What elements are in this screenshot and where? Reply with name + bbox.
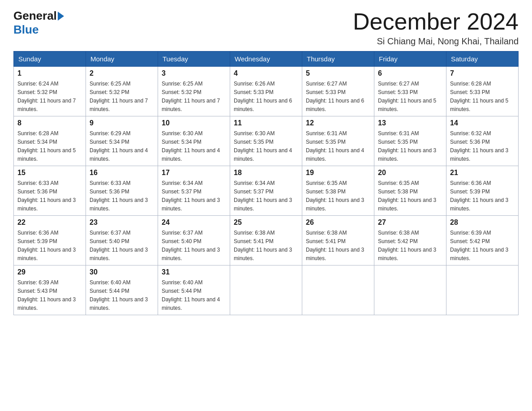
day-info: Sunrise: 6:25 AM Sunset: 5:32 PM Dayligh… [90,81,148,112]
day-info: Sunrise: 6:38 AM Sunset: 5:41 PM Dayligh… [234,230,292,261]
calendar-cell: 30 Sunrise: 6:40 AM Sunset: 5:44 PM Dayl… [86,265,158,315]
day-number: 21 [450,169,515,177]
day-number: 11 [234,119,298,127]
day-number: 28 [450,218,515,227]
logo-general-text: General [13,9,57,23]
calendar-cell: 16 Sunrise: 6:33 AM Sunset: 5:36 PM Dayl… [86,166,158,216]
day-info: Sunrise: 6:40 AM Sunset: 5:44 PM Dayligh… [162,279,220,311]
calendar-cell: 9 Sunrise: 6:29 AM Sunset: 5:34 PM Dayli… [86,116,158,166]
calendar-cell: 10 Sunrise: 6:30 AM Sunset: 5:34 PM Dayl… [158,116,230,166]
month-title: December 2024 [353,9,519,34]
calendar-cell: 19 Sunrise: 6:35 AM Sunset: 5:38 PM Dayl… [302,166,374,216]
calendar-cell [302,265,374,315]
day-info: Sunrise: 6:39 AM Sunset: 5:42 PM Dayligh… [450,230,508,261]
day-info: Sunrise: 6:40 AM Sunset: 5:44 PM Dayligh… [90,279,148,311]
calendar-cell: 21 Sunrise: 6:36 AM Sunset: 5:39 PM Dayl… [446,166,519,216]
day-info: Sunrise: 6:37 AM Sunset: 5:40 PM Dayligh… [90,230,148,261]
day-info: Sunrise: 6:37 AM Sunset: 5:40 PM Dayligh… [162,230,220,261]
calendar-cell: 18 Sunrise: 6:34 AM Sunset: 5:37 PM Dayl… [230,166,302,216]
location-subtitle: Si Chiang Mai, Nong Khai, Thailand [353,36,519,47]
calendar-cell: 5 Sunrise: 6:27 AM Sunset: 5:33 PM Dayli… [302,67,374,116]
calendar-cell: 14 Sunrise: 6:32 AM Sunset: 5:36 PM Dayl… [446,116,519,166]
title-block: December 2024 Si Chiang Mai, Nong Khai, … [353,9,519,47]
calendar-week-2: 8 Sunrise: 6:28 AM Sunset: 5:34 PM Dayli… [14,116,519,166]
logo: General Blue [13,9,65,37]
day-number: 23 [90,218,154,227]
day-number: 22 [17,218,82,227]
calendar-cell [230,265,302,315]
day-info: Sunrise: 6:35 AM Sunset: 5:38 PM Dayligh… [306,180,364,212]
day-number: 4 [234,69,298,77]
calendar-cell [446,265,519,315]
day-info: Sunrise: 6:26 AM Sunset: 5:33 PM Dayligh… [234,81,292,112]
day-info: Sunrise: 6:33 AM Sunset: 5:36 PM Dayligh… [90,180,148,212]
day-info: Sunrise: 6:31 AM Sunset: 5:35 PM Dayligh… [306,130,364,162]
weekday-header-saturday: Saturday [446,51,519,67]
day-number: 29 [17,268,82,276]
day-info: Sunrise: 6:34 AM Sunset: 5:37 PM Dayligh… [162,180,220,212]
calendar-cell: 24 Sunrise: 6:37 AM Sunset: 5:40 PM Dayl… [158,216,230,265]
day-info: Sunrise: 6:33 AM Sunset: 5:36 PM Dayligh… [17,180,76,212]
day-info: Sunrise: 6:36 AM Sunset: 5:39 PM Dayligh… [450,180,508,212]
day-number: 8 [17,119,82,127]
calendar-cell: 13 Sunrise: 6:31 AM Sunset: 5:35 PM Dayl… [374,116,446,166]
calendar-table: SundayMondayTuesdayWednesdayThursdayFrid… [13,51,519,315]
day-number: 3 [162,69,226,77]
calendar-cell: 29 Sunrise: 6:39 AM Sunset: 5:43 PM Dayl… [14,265,86,315]
day-number: 14 [450,119,515,127]
weekday-header-tuesday: Tuesday [158,51,230,67]
day-number: 31 [162,268,226,276]
weekday-header-friday: Friday [374,51,446,67]
day-info: Sunrise: 6:35 AM Sunset: 5:38 PM Dayligh… [378,180,436,212]
day-info: Sunrise: 6:24 AM Sunset: 5:32 PM Dayligh… [17,81,76,112]
day-number: 27 [378,218,442,227]
day-number: 5 [306,69,370,77]
calendar-cell: 23 Sunrise: 6:37 AM Sunset: 5:40 PM Dayl… [86,216,158,265]
calendar-cell [374,265,446,315]
day-number: 18 [234,169,298,177]
day-info: Sunrise: 6:38 AM Sunset: 5:41 PM Dayligh… [306,230,364,261]
day-info: Sunrise: 6:34 AM Sunset: 5:37 PM Dayligh… [234,180,292,212]
calendar-header: SundayMondayTuesdayWednesdayThursdayFrid… [14,51,519,67]
calendar-cell: 28 Sunrise: 6:39 AM Sunset: 5:42 PM Dayl… [446,216,519,265]
day-number: 10 [162,119,226,127]
calendar-cell: 1 Sunrise: 6:24 AM Sunset: 5:32 PM Dayli… [14,67,86,116]
day-number: 13 [378,119,442,127]
calendar-cell: 4 Sunrise: 6:26 AM Sunset: 5:33 PM Dayli… [230,67,302,116]
day-info: Sunrise: 6:28 AM Sunset: 5:33 PM Dayligh… [450,81,508,112]
day-number: 17 [162,169,226,177]
calendar-body: 1 Sunrise: 6:24 AM Sunset: 5:32 PM Dayli… [14,67,519,315]
calendar-cell: 15 Sunrise: 6:33 AM Sunset: 5:36 PM Dayl… [14,166,86,216]
day-number: 25 [234,218,298,227]
logo-blue-text: Blue [13,23,39,37]
day-info: Sunrise: 6:30 AM Sunset: 5:35 PM Dayligh… [234,130,292,162]
day-number: 26 [306,218,370,227]
day-info: Sunrise: 6:25 AM Sunset: 5:32 PM Dayligh… [162,81,220,112]
day-info: Sunrise: 6:39 AM Sunset: 5:43 PM Dayligh… [17,279,76,311]
weekday-header-wednesday: Wednesday [230,51,302,67]
day-number: 16 [90,169,154,177]
day-number: 19 [306,169,370,177]
page-header: General Blue December 2024 Si Chiang Mai… [13,9,519,47]
day-number: 6 [378,69,442,77]
day-number: 2 [90,69,154,77]
day-number: 30 [90,268,154,276]
weekday-header-sunday: Sunday [14,51,86,67]
day-number: 15 [17,169,82,177]
calendar-cell: 25 Sunrise: 6:38 AM Sunset: 5:41 PM Dayl… [230,216,302,265]
day-info: Sunrise: 6:32 AM Sunset: 5:36 PM Dayligh… [450,130,508,162]
calendar-cell: 31 Sunrise: 6:40 AM Sunset: 5:44 PM Dayl… [158,265,230,315]
day-number: 1 [17,69,82,77]
calendar-cell: 11 Sunrise: 6:30 AM Sunset: 5:35 PM Dayl… [230,116,302,166]
day-info: Sunrise: 6:36 AM Sunset: 5:39 PM Dayligh… [17,230,76,261]
calendar-week-1: 1 Sunrise: 6:24 AM Sunset: 5:32 PM Dayli… [14,67,519,116]
day-info: Sunrise: 6:38 AM Sunset: 5:42 PM Dayligh… [378,230,436,261]
calendar-cell: 12 Sunrise: 6:31 AM Sunset: 5:35 PM Dayl… [302,116,374,166]
calendar-cell: 3 Sunrise: 6:25 AM Sunset: 5:32 PM Dayli… [158,67,230,116]
calendar-cell: 7 Sunrise: 6:28 AM Sunset: 5:33 PM Dayli… [446,67,519,116]
calendar-cell: 17 Sunrise: 6:34 AM Sunset: 5:37 PM Dayl… [158,166,230,216]
calendar-cell: 6 Sunrise: 6:27 AM Sunset: 5:33 PM Dayli… [374,67,446,116]
day-number: 9 [90,119,154,127]
day-info: Sunrise: 6:29 AM Sunset: 5:34 PM Dayligh… [90,130,148,162]
calendar-cell: 8 Sunrise: 6:28 AM Sunset: 5:34 PM Dayli… [14,116,86,166]
